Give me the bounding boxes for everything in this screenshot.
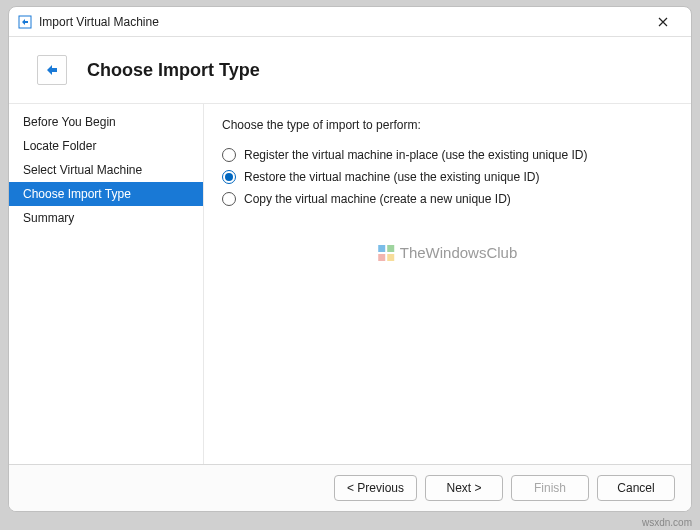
step-choose-import-type[interactable]: Choose Import Type xyxy=(9,182,203,206)
option-label: Copy the virtual machine (create a new u… xyxy=(244,192,511,206)
header-pane: Choose Import Type xyxy=(9,37,691,103)
step-summary[interactable]: Summary xyxy=(9,206,203,230)
page-title: Choose Import Type xyxy=(87,60,260,81)
wizard-window: Import Virtual Machine Choose Import Typ… xyxy=(8,6,692,512)
previous-button[interactable]: < Previous xyxy=(334,475,417,501)
source-credit: wsxdn.com xyxy=(642,517,692,528)
step-select-vm[interactable]: Select Virtual Machine xyxy=(9,158,203,182)
body-pane: Before You Begin Locate Folder Select Vi… xyxy=(9,103,691,464)
step-locate-folder[interactable]: Locate Folder xyxy=(9,134,203,158)
option-copy-vm[interactable]: Copy the virtual machine (create a new u… xyxy=(222,188,673,210)
instruction-text: Choose the type of import to perform: xyxy=(222,118,673,132)
step-before-you-begin[interactable]: Before You Begin xyxy=(9,110,203,134)
watermark-logo-icon xyxy=(378,245,394,261)
cancel-button[interactable]: Cancel xyxy=(597,475,675,501)
watermark: TheWindowsClub xyxy=(378,244,518,261)
content-pane: Choose the type of import to perform: Re… xyxy=(204,104,691,464)
window-title: Import Virtual Machine xyxy=(39,15,643,29)
finish-button: Finish xyxy=(511,475,589,501)
close-icon xyxy=(658,17,668,27)
option-register-in-place[interactable]: Register the virtual machine in-place (u… xyxy=(222,144,673,166)
option-label: Restore the virtual machine (use the exi… xyxy=(244,170,539,184)
radio-icon xyxy=(222,192,236,206)
option-label: Register the virtual machine in-place (u… xyxy=(244,148,588,162)
button-bar: < Previous Next > Finish Cancel xyxy=(9,464,691,511)
close-button[interactable] xyxy=(643,8,683,36)
wizard-icon xyxy=(37,55,67,85)
watermark-text: TheWindowsClub xyxy=(400,244,518,261)
radio-icon xyxy=(222,170,236,184)
app-icon xyxy=(17,14,33,30)
option-restore-vm[interactable]: Restore the virtual machine (use the exi… xyxy=(222,166,673,188)
next-button[interactable]: Next > xyxy=(425,475,503,501)
titlebar: Import Virtual Machine xyxy=(9,7,691,37)
radio-icon xyxy=(222,148,236,162)
wizard-steps-sidebar: Before You Begin Locate Folder Select Vi… xyxy=(9,104,204,464)
